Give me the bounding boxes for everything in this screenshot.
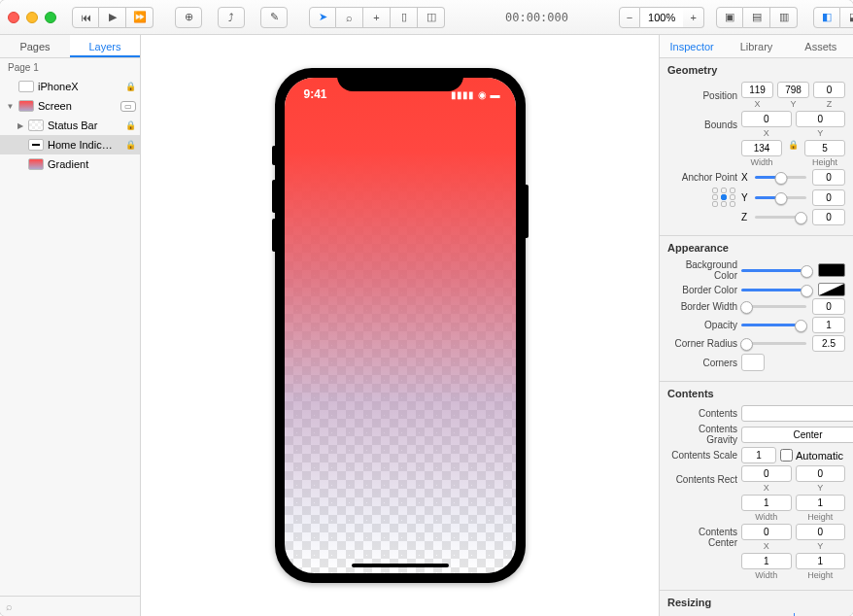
panel-left-toggle[interactable]: ◧ [813,7,840,28]
lock-icon: 🔒 [125,82,136,91]
gravity-select[interactable] [741,427,853,443]
bgcolor-swatch[interactable] [818,263,845,277]
anchor-y-slider[interactable] [755,196,806,199]
crop-tool[interactable]: ◫ [418,7,445,28]
anchor-grid[interactable] [712,188,737,207]
zoom-in-button[interactable]: + [683,7,704,28]
wifi-icon: ◉ [478,89,487,100]
page-header: Page 1 [0,58,140,77]
edit-button[interactable]: ✎ [260,7,288,28]
bordercolor-slider[interactable] [741,289,812,291]
corner-slider[interactable] [741,342,806,345]
assets-tab[interactable]: Assets [789,35,853,57]
corner-radius[interactable] [812,335,845,352]
status-time: 9:41 [304,87,327,101]
center-y[interactable] [796,524,846,540]
opacity[interactable] [812,317,845,333]
layer-search[interactable]: ⌕ [0,596,140,616]
titlebar: ⏮ ▶ ⏩ ⊕ ⤴ ✎ ➤ ⌕ + ▯ ◫ 00:00:000 − 100% +… [0,0,853,35]
anchor-x-slider[interactable] [755,176,806,179]
bgcolor-slider[interactable] [741,269,812,272]
battery-icon: ▬ [491,89,500,100]
mask-badge: ▭ [120,101,136,112]
aspect-lock-icon[interactable]: 🔒 [786,140,801,167]
zoom-out-button[interactable]: − [619,7,640,28]
contents-select[interactable] [741,405,853,422]
skip-back-button[interactable]: ⏮ [72,7,99,28]
signal-icon: ▮▮▮▮ [451,89,474,100]
anchor-y[interactable] [812,189,845,206]
window-controls [8,12,56,23]
layer-home-indicator[interactable]: Home Indic…🔒 [0,135,140,154]
bounds-y[interactable] [796,111,846,127]
bounds-w[interactable] [741,140,782,156]
inspector-sidebar: Inspector Library Assets Geometry Positi… [659,35,853,616]
center-w[interactable] [741,553,792,569]
position-z[interactable] [813,82,845,98]
rect-x[interactable] [741,465,792,482]
anchor-z-slider[interactable] [755,216,806,219]
layer-statusbar[interactable]: ▶Status Bar🔒 [0,116,140,135]
zoom-window[interactable] [45,12,56,23]
layers-sidebar: Pages Layers Page 1 iPhoneX🔒 ▼Screen▭ ▶S… [0,35,141,616]
fast-forward-button[interactable]: ⏩ [126,7,154,28]
canvas[interactable]: 9:41 ▮▮▮▮ ◉ ▬ [141,35,659,616]
bounds-h[interactable] [804,140,845,156]
bordercolor-swatch[interactable] [818,283,845,296]
opacity-slider[interactable] [741,324,806,326]
center-h[interactable] [796,553,846,569]
geometry-section: Geometry [667,64,845,76]
automatic-check[interactable]: Automatic [780,449,843,462]
add-layer-tool[interactable]: + [363,7,391,28]
borderwidth[interactable] [812,298,845,315]
export-button[interactable]: ⤴ [218,7,245,28]
view-mode-1[interactable]: ▣ [716,7,743,28]
anchor-z[interactable] [812,209,845,225]
lock-icon: 🔒 [125,140,136,150]
view-mode-2[interactable]: ▤ [743,7,770,28]
borderwidth-slider[interactable] [741,305,806,308]
screen-layer: 9:41 ▮▮▮▮ ◉ ▬ [285,78,516,573]
play-button[interactable]: ▶ [99,7,126,28]
position-x[interactable] [741,82,773,98]
inspector-tab[interactable]: Inspector [660,35,724,57]
layer-iphonex[interactable]: iPhoneX🔒 [0,77,140,96]
rect-h[interactable] [796,495,846,511]
status-icons: ▮▮▮▮ ◉ ▬ [451,89,500,100]
add-button[interactable]: ⊕ [175,7,202,28]
view-mode-3[interactable]: ▥ [770,7,798,28]
lock-icon: 🔒 [125,120,136,130]
panel-bottom-toggle[interactable]: ⬓ [840,7,853,28]
contents-section: Contents [667,388,845,399]
pages-tab[interactable]: Pages [0,35,70,57]
zoom-value: 100% [640,7,683,28]
home-indicator [352,564,449,567]
library-tab[interactable]: Library [724,35,788,57]
layers-tab[interactable]: Layers [70,35,140,57]
magnify-tool[interactable]: ⌕ [336,7,363,28]
resizing-section: Resizing [667,597,845,608]
notch [337,68,463,91]
contents-scale[interactable] [741,447,776,463]
minimize-window[interactable] [26,12,38,23]
anchor-x[interactable] [812,169,845,186]
time-display: 00:00:000 [505,11,568,24]
pointer-tool[interactable]: ➤ [309,7,336,28]
layer-gradient[interactable]: Gradient [0,154,140,174]
rect-y[interactable] [796,465,846,482]
center-x[interactable] [741,524,792,540]
appearance-section: Appearance [667,242,845,254]
corners-control[interactable] [741,354,765,371]
layer-screen[interactable]: ▼Screen▭ [0,96,140,116]
rect-w[interactable] [741,495,792,511]
gradient-layer [285,78,516,573]
iphone-frame: 9:41 ▮▮▮▮ ◉ ▬ [275,68,526,583]
shape-tool[interactable]: ▯ [391,7,418,28]
bounds-x[interactable] [741,111,792,127]
position-y[interactable] [777,82,809,98]
close-window[interactable] [8,12,19,23]
